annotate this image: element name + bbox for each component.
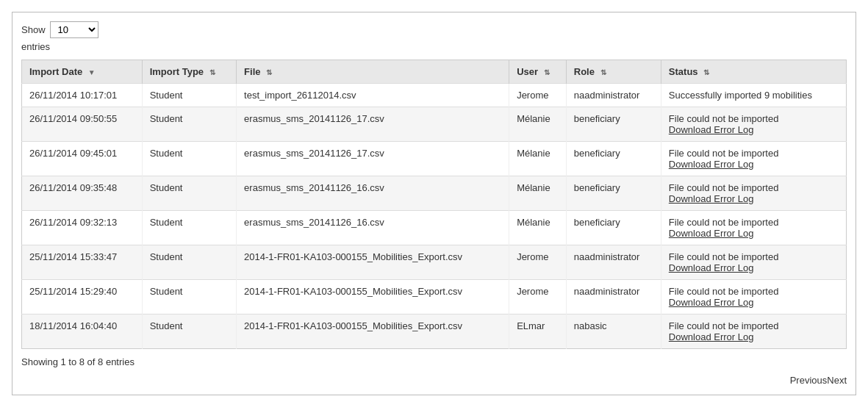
cell-role: beneficiary: [566, 211, 661, 245]
cell-user: ELmar: [509, 314, 567, 349]
show-label: Show: [21, 24, 46, 35]
entries-select[interactable]: 10 25 50 100: [50, 21, 98, 38]
table-row: 26/11/2014 09:45:01Studenterasmus_sms_20…: [22, 142, 847, 176]
next-button[interactable]: Next: [827, 375, 847, 386]
cell-status: File could not be importedDownload Error…: [661, 107, 846, 142]
previous-button[interactable]: Previous: [790, 375, 828, 386]
cell-import_date: 26/11/2014 09:32:13: [22, 211, 143, 245]
sort-icon-role: ⇅: [600, 68, 606, 76]
table-row: 26/11/2014 10:17:01Studenttest_import_26…: [22, 84, 847, 107]
cell-status: File could not be importedDownload Error…: [661, 176, 846, 211]
download-error-log-link[interactable]: Download Error Log: [669, 228, 839, 239]
col-status[interactable]: Status ⇅: [661, 60, 846, 84]
cell-user: Jerome: [509, 245, 567, 280]
col-file-label: File: [244, 66, 260, 77]
sort-icon-status: ⇅: [703, 68, 709, 76]
table-row: 26/11/2014 09:35:48Studenterasmus_sms_20…: [22, 176, 847, 211]
download-error-log-link[interactable]: Download Error Log: [669, 193, 839, 204]
cell-import_date: 18/11/2014 16:04:40: [22, 314, 143, 349]
cell-status: File could not be importedDownload Error…: [661, 314, 846, 349]
cell-import_date: 26/11/2014 09:35:48: [22, 176, 143, 211]
cell-import_type: Student: [142, 211, 236, 245]
cell-status: File could not be importedDownload Error…: [661, 211, 846, 245]
cell-file: erasmus_sms_20141126_17.csv: [237, 107, 509, 142]
showing-text: Showing 1 to 8 of 8 entries: [21, 356, 134, 367]
cell-user: Mélanie: [509, 107, 567, 142]
cell-import_date: 25/11/2014 15:29:40: [22, 280, 143, 314]
cell-status: File could not be importedDownload Error…: [661, 280, 846, 314]
cell-import_type: Student: [142, 245, 236, 280]
cell-user: Mélanie: [509, 176, 567, 211]
cell-user: Jerome: [509, 84, 567, 107]
cell-file: 2014-1-FR01-KA103-000155_Mobilities_Expo…: [237, 245, 509, 280]
cell-role: beneficiary: [566, 142, 661, 176]
cell-role: beneficiary: [566, 107, 661, 142]
cell-file: erasmus_sms_20141126_16.csv: [237, 176, 509, 211]
col-file[interactable]: File ⇅: [237, 60, 509, 84]
cell-import_type: Student: [142, 142, 236, 176]
status-text: File could not be imported: [669, 113, 839, 124]
status-text: File could not be imported: [669, 148, 839, 159]
table-row: 26/11/2014 09:50:55Studenterasmus_sms_20…: [22, 107, 847, 142]
cell-import_date: 26/11/2014 09:45:01: [22, 142, 143, 176]
download-error-log-link[interactable]: Download Error Log: [669, 159, 839, 170]
status-text: File could not be imported: [669, 320, 839, 331]
table-row: 18/11/2014 16:04:40Student2014-1-FR01-KA…: [22, 314, 847, 349]
table-row: 25/11/2014 15:29:40Student2014-1-FR01-KA…: [22, 280, 847, 314]
cell-user: Mélanie: [509, 211, 567, 245]
cell-import_type: Student: [142, 280, 236, 314]
cell-user: Jerome: [509, 280, 567, 314]
cell-import_type: Student: [142, 314, 236, 349]
cell-import_type: Student: [142, 107, 236, 142]
status-text: File could not be imported: [669, 286, 839, 297]
cell-file: erasmus_sms_20141126_17.csv: [237, 142, 509, 176]
cell-file: 2014-1-FR01-KA103-000155_Mobilities_Expo…: [237, 314, 509, 349]
sort-icon-file: ⇅: [266, 68, 272, 76]
cell-import_type: Student: [142, 176, 236, 211]
download-error-log-link[interactable]: Download Error Log: [669, 124, 839, 135]
download-error-log-link[interactable]: Download Error Log: [669, 297, 839, 308]
cell-role: naadministrator: [566, 245, 661, 280]
col-import-date[interactable]: Import Date ▼: [22, 60, 143, 84]
cell-role: naadministrator: [566, 280, 661, 314]
download-error-log-link[interactable]: Download Error Log: [669, 262, 839, 273]
cell-status: File could not be importedDownload Error…: [661, 142, 846, 176]
sort-icon-import-type: ⇅: [209, 68, 215, 76]
cell-import_date: 26/11/2014 09:50:55: [22, 107, 143, 142]
status-text: File could not be imported: [669, 217, 839, 228]
sort-icon-user: ⇅: [544, 68, 550, 76]
cell-role: naadministrator: [566, 84, 661, 107]
entries-label: entries: [21, 41, 847, 52]
col-role-label: Role: [574, 66, 595, 77]
table-row: 25/11/2014 15:33:47Student2014-1-FR01-KA…: [22, 245, 847, 280]
status-text: Successfully imported 9 mobilities: [669, 90, 839, 101]
col-user[interactable]: User ⇅: [509, 60, 567, 84]
import-table: Import Date ▼ Import Type ⇅ File ⇅ User …: [21, 60, 847, 349]
status-text: File could not be imported: [669, 251, 839, 262]
cell-role: nabasic: [566, 314, 661, 349]
col-role[interactable]: Role ⇅: [566, 60, 661, 84]
cell-import_type: Student: [142, 84, 236, 107]
table-header-row: Import Date ▼ Import Type ⇅ File ⇅ User …: [22, 60, 847, 84]
cell-file: erasmus_sms_20141126_16.csv: [237, 211, 509, 245]
col-import-type[interactable]: Import Type ⇅: [142, 60, 236, 84]
col-import-type-label: Import Type: [150, 66, 204, 77]
table-row: 26/11/2014 09:32:13Studenterasmus_sms_20…: [22, 211, 847, 245]
cell-import_date: 26/11/2014 10:17:01: [22, 84, 143, 107]
status-text: File could not be imported: [669, 182, 839, 193]
cell-status: File could not be importedDownload Error…: [661, 245, 846, 280]
cell-import_date: 25/11/2014 15:33:47: [22, 245, 143, 280]
sort-icon-import-date: ▼: [88, 68, 96, 76]
cell-role: beneficiary: [566, 176, 661, 211]
cell-file: test_import_26112014.csv: [237, 84, 509, 107]
cell-file: 2014-1-FR01-KA103-000155_Mobilities_Expo…: [237, 280, 509, 314]
download-error-log-link[interactable]: Download Error Log: [669, 331, 839, 342]
col-status-label: Status: [669, 66, 698, 77]
col-user-label: User: [517, 66, 538, 77]
cell-user: Mélanie: [509, 142, 567, 176]
cell-status: Successfully imported 9 mobilities: [661, 84, 846, 107]
col-import-date-label: Import Date: [29, 66, 82, 77]
